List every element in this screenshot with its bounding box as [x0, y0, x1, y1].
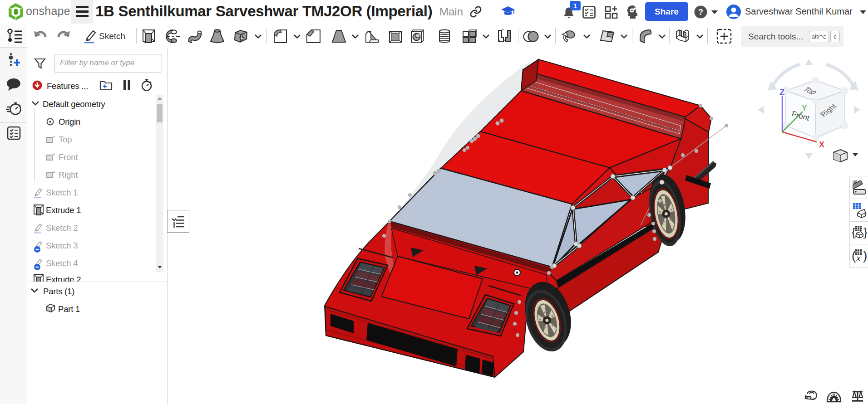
svg-text:x: x [856, 252, 861, 263]
svg-text:X: X [819, 140, 824, 149]
svg-text:}: } [863, 225, 867, 239]
svg-text:Y: Y [802, 104, 807, 112]
svg-text:): ) [863, 248, 867, 263]
svg-text:?: ? [698, 8, 703, 17]
svg-text:{: { [852, 225, 856, 239]
svg-text:Z: Z [779, 88, 784, 97]
